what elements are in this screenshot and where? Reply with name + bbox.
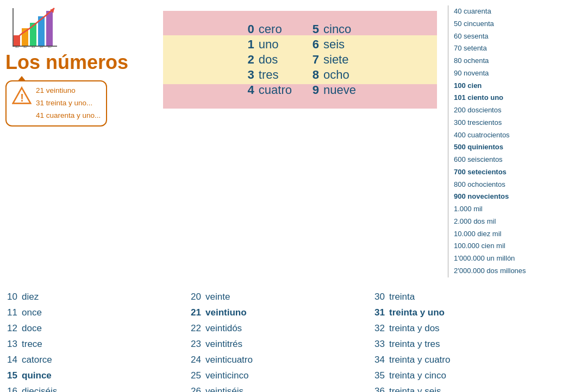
main-container: a1 a2 a3 a4 a5 Los números ! 21 veintiun… bbox=[0, 0, 562, 392]
sidebar-item: 200 doscientos bbox=[454, 104, 557, 117]
bottom-numbers-section: 10diez11once12doce13trece14catorce15quin… bbox=[5, 289, 557, 393]
warning-icon: ! bbox=[12, 86, 32, 105]
sidebar-item: 500 quinientos bbox=[454, 141, 557, 154]
sidebar-item: 40 cuarenta bbox=[454, 5, 557, 18]
right-sidebar: 40 cuarenta50 cincuenta60 sesenta70 sete… bbox=[448, 5, 557, 277]
number-row-35: 35treinta y cinco bbox=[373, 368, 554, 383]
number-row-36: 36treinta y seis bbox=[373, 384, 554, 392]
zero-to-nine-grid: 0cero5cinco1uno6seis2dos7siete3tres8ocho… bbox=[233, 17, 367, 103]
bar-chart-icon: a1 a2 a3 a4 a5 bbox=[11, 5, 65, 49]
page-title: Los números bbox=[5, 51, 128, 74]
sidebar-item: 80 ochenta bbox=[454, 55, 557, 67]
number-row-34: 34treinta y cuatro bbox=[373, 352, 554, 368]
sidebar-item: 700 setecientos bbox=[454, 166, 557, 179]
sidebar-item: 70 setenta bbox=[454, 42, 557, 55]
number-item-2: 2dos bbox=[243, 53, 292, 67]
number-row-30: 30treinta bbox=[373, 289, 554, 305]
sidebar-item: 800 ochocientos bbox=[454, 179, 557, 191]
number-item-3: 3tres bbox=[243, 68, 292, 82]
number-row-13: 13trece bbox=[5, 337, 187, 352]
sidebar-item: 600 seiscientos bbox=[454, 154, 557, 166]
number-row-23: 23veintitrés bbox=[189, 337, 371, 352]
number-row-20: 20veinte bbox=[189, 289, 371, 305]
number-item-9: 9nueve bbox=[308, 83, 357, 97]
sidebar-item: 90 noventa bbox=[454, 67, 557, 80]
number-item-6: 6seis bbox=[308, 37, 357, 52]
sidebar-item: 1'000.000 un millón bbox=[454, 252, 557, 265]
left-panel: a1 a2 a3 a4 a5 Los números ! 21 veintiun… bbox=[5, 5, 152, 127]
sidebar-item: 50 cincuenta bbox=[454, 18, 557, 30]
number-item-5: 5cinco bbox=[308, 22, 357, 36]
sidebar-item: 2'000.000 dos millones bbox=[454, 265, 557, 277]
top-section: a1 a2 a3 a4 a5 Los números ! 21 veintiun… bbox=[5, 5, 557, 277]
number-item-8: 8ocho bbox=[308, 68, 357, 82]
svg-text:a2: a2 bbox=[23, 45, 27, 48]
warning-text: 21 veintiuno 31 treinta y uno... 41 cuar… bbox=[36, 85, 101, 122]
center-numbers-panel: 0cero5cinco1uno6seis2dos7siete3tres8ocho… bbox=[152, 5, 448, 114]
number-row-10: 10diez bbox=[5, 289, 187, 305]
sidebar-item: 100.000 cien mil bbox=[454, 240, 557, 252]
sidebar-item: 100 cien bbox=[454, 80, 557, 92]
svg-text:a1: a1 bbox=[15, 45, 19, 48]
sidebar-item: 101 ciento uno bbox=[454, 92, 557, 104]
number-row-11: 11once bbox=[5, 305, 187, 320]
sidebar-item: 300 trescientos bbox=[454, 117, 557, 129]
number-row-31: 31treinta y uno bbox=[373, 305, 554, 320]
number-item-4: 4cuatro bbox=[243, 83, 292, 97]
number-row-12: 12doce bbox=[5, 321, 187, 336]
warning-bubble: ! 21 veintiuno 31 treinta y uno... 41 cu… bbox=[5, 80, 107, 127]
number-row-21: 21veintiuno bbox=[189, 305, 371, 320]
column-20-29: 20veinte21veintiuno22veintidós23veintitr… bbox=[189, 289, 373, 393]
column-10-19: 10diez11once12doce13trece14catorce15quin… bbox=[5, 289, 189, 393]
sidebar-item: 400 cuatrocientos bbox=[454, 129, 557, 142]
sidebar-item: 1.000 mil bbox=[454, 203, 557, 216]
svg-text:a4: a4 bbox=[40, 45, 43, 48]
svg-text:!: ! bbox=[20, 92, 24, 104]
number-item-0: 0cero bbox=[243, 22, 292, 36]
column-30-39: 30treinta31treinta y uno32treinta y dos3… bbox=[373, 289, 557, 393]
sidebar-item: 60 sesenta bbox=[454, 30, 557, 43]
sidebar-item: 2.000 dos mil bbox=[454, 216, 557, 228]
number-row-22: 22veintidós bbox=[189, 321, 371, 336]
svg-text:a3: a3 bbox=[32, 45, 35, 48]
number-row-15: 15quince bbox=[5, 368, 187, 383]
svg-rect-4 bbox=[46, 11, 53, 46]
svg-text:a5: a5 bbox=[48, 45, 52, 48]
number-row-24: 24veinticuatro bbox=[189, 352, 371, 368]
number-row-14: 14catorce bbox=[5, 352, 187, 368]
number-item-1: 1uno bbox=[243, 37, 292, 52]
number-item-7: 7siete bbox=[308, 53, 357, 67]
number-row-16: 16dieciséis bbox=[5, 384, 187, 392]
sidebar-item: 900 novecientos bbox=[454, 191, 557, 203]
number-row-33: 33treinta y tres bbox=[373, 337, 554, 352]
number-row-26: 26veintiséis bbox=[189, 384, 371, 392]
number-row-32: 32treinta y dos bbox=[373, 321, 554, 336]
sidebar-item: 10.000 diez mil bbox=[454, 228, 557, 241]
number-row-25: 25veinticinco bbox=[189, 368, 371, 383]
